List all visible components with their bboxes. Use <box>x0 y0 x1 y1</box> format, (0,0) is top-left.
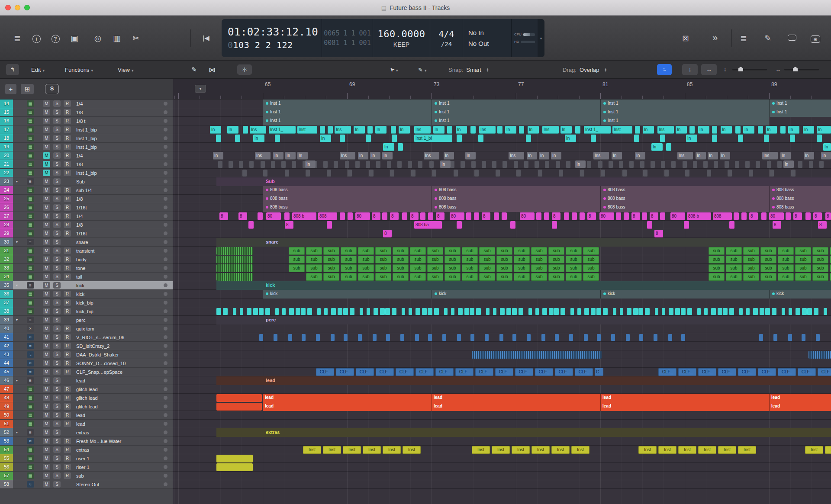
region[interactable]: In <box>440 161 451 168</box>
region[interactable]: 8 <box>482 212 490 220</box>
track-name[interactable]: SD_IsItCrazy_2 <box>76 343 164 349</box>
region[interactable]: sub <box>726 256 742 263</box>
pointer-tool-selector[interactable]: ➤▾ <box>390 66 398 73</box>
region[interactable]: sub <box>743 247 759 255</box>
track-lane[interactable]: 808 bass808 bass808 bass808 bass <box>173 195 831 203</box>
solo-button[interactable]: S <box>53 187 61 193</box>
region[interactable] <box>603 308 608 315</box>
region[interactable] <box>409 308 412 315</box>
region[interactable] <box>805 212 811 220</box>
region[interactable] <box>572 212 577 220</box>
region[interactable]: Inst <box>678 446 696 454</box>
mute-button[interactable]: M <box>43 360 50 366</box>
track-name[interactable]: Inst 1_bip <box>76 136 164 141</box>
region[interactable] <box>675 308 680 315</box>
region[interactable] <box>233 308 236 315</box>
region[interactable] <box>274 334 277 341</box>
region[interactable]: sub <box>709 247 725 255</box>
region[interactable] <box>506 308 511 315</box>
region[interactable] <box>331 308 336 315</box>
region[interactable]: sub <box>323 264 339 272</box>
region[interactable] <box>734 212 739 220</box>
vertical-auto-zoom-icon[interactable]: ↕ <box>682 64 698 75</box>
region[interactable]: Inst <box>343 446 361 454</box>
record-enable-button[interactable]: R <box>64 360 71 366</box>
track-header-row[interactable]: 32▦MSRbody <box>0 255 173 264</box>
region[interactable]: sub <box>795 264 811 272</box>
track-header-row[interactable]: 33▦MSRtone <box>0 264 173 273</box>
add-track-button[interactable]: + <box>5 84 16 94</box>
region[interactable]: In <box>528 126 539 134</box>
region[interactable]: Inst <box>472 446 490 454</box>
region[interactable]: CLF_ <box>336 368 354 376</box>
region[interactable]: 80 <box>355 212 370 220</box>
mute-button[interactable]: M <box>43 421 50 427</box>
region[interactable] <box>429 161 434 168</box>
region[interactable]: 808 ba <box>414 221 442 229</box>
inspector-icon[interactable]: i <box>29 33 44 43</box>
region[interactable]: 80 <box>670 212 685 220</box>
region[interactable]: In <box>444 152 454 160</box>
track-header-row[interactable]: 19▦MSRInst 1_bip <box>0 143 173 151</box>
region[interactable]: sub <box>583 273 599 281</box>
region[interactable]: sub <box>393 256 409 263</box>
region[interactable]: sub <box>393 247 409 255</box>
region[interactable] <box>773 334 777 341</box>
region[interactable]: CLF_ <box>356 368 374 376</box>
region[interactable] <box>527 334 531 341</box>
track-name[interactable]: lead <box>76 378 164 383</box>
track-name[interactable]: 1/4 <box>76 101 164 106</box>
region[interactable] <box>753 308 758 315</box>
region[interactable] <box>756 161 760 168</box>
region[interactable] <box>247 308 251 315</box>
region[interactable]: In <box>720 152 730 160</box>
track-header-row[interactable]: 27▦MSR1/4 <box>0 212 173 221</box>
region[interactable] <box>622 170 627 177</box>
region[interactable] <box>259 334 263 341</box>
region[interactable] <box>442 334 446 341</box>
track-header-row[interactable]: 51▦MSRlead <box>0 420 173 428</box>
region[interactable] <box>317 308 321 315</box>
track-lanes[interactable]: Inst 1Inst 1Inst 1Inst 1Inst 1Inst 1Inst… <box>173 100 831 504</box>
region[interactable] <box>723 308 728 315</box>
region[interactable] <box>382 212 387 220</box>
region[interactable]: CLF_ <box>475 368 493 376</box>
track-lane[interactable] <box>173 333 831 342</box>
region[interactable] <box>591 135 596 142</box>
region[interactable]: In <box>305 161 316 168</box>
record-enable-button[interactable]: R <box>64 196 71 202</box>
mute-button[interactable]: M <box>43 325 50 332</box>
region[interactable]: In <box>370 152 380 160</box>
snap-menu[interactable]: Snap: Smart ▲▼ <box>448 66 489 73</box>
region[interactable] <box>660 212 665 220</box>
region[interactable] <box>285 170 289 177</box>
track-name[interactable]: Inst 1_bip <box>76 127 164 132</box>
mute-button[interactable]: M <box>43 118 50 124</box>
region[interactable] <box>380 308 385 315</box>
toolbar-toggle-icon[interactable]: ▣ <box>67 33 82 43</box>
catch-playhead-icon[interactable]: ›|‹ <box>237 64 252 75</box>
region[interactable]: sub <box>444 264 461 272</box>
region[interactable] <box>764 135 769 142</box>
track-header-row[interactable]: 55▦MSRriser 1 <box>0 454 173 463</box>
region[interactable] <box>712 135 717 142</box>
track-name[interactable]: 1/4 <box>76 214 164 219</box>
region[interactable]: Inst <box>612 126 632 134</box>
region[interactable]: Ins <box>414 126 431 134</box>
mute-button[interactable]: M <box>43 291 50 297</box>
region[interactable] <box>685 170 689 177</box>
region[interactable] <box>758 126 763 134</box>
region[interactable]: CLF_ <box>416 368 434 376</box>
region[interactable] <box>777 161 782 168</box>
track-header-row[interactable]: 28▦MSR1/8 <box>0 221 173 229</box>
region[interactable]: Inst 1Inst 1Inst 1Inst 1 <box>263 100 831 108</box>
view-menu[interactable]: View▾ <box>118 66 133 73</box>
mute-button[interactable]: M <box>43 455 50 462</box>
track-header-row[interactable]: 42≈MSRSD_IsItCrazy_2 <box>0 342 173 350</box>
horizontal-auto-zoom-icon[interactable]: ↔ <box>701 64 717 75</box>
solo-button[interactable]: S <box>53 351 61 358</box>
region[interactable] <box>535 161 539 168</box>
region[interactable] <box>619 161 623 168</box>
region[interactable]: 8 <box>818 221 827 229</box>
track-header-row[interactable]: 47▦MSRglitch lead <box>0 385 173 394</box>
